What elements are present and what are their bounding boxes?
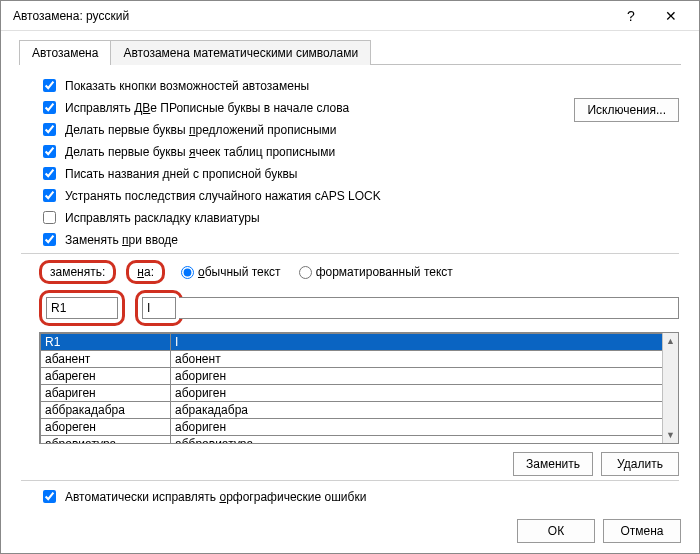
titlebar: Автозамена: русский ? ✕: [1, 1, 699, 31]
replace-input-highlight: [39, 290, 125, 326]
replacements-table-wrap: R1I абанентабонент абарегенабориген абар…: [39, 332, 679, 444]
replacements-table[interactable]: R1I абанентабонент абарегенабориген абар…: [40, 333, 678, 444]
check-replace-type[interactable]: [43, 233, 56, 246]
check-sentence-caps[interactable]: [43, 123, 56, 136]
replace-label: заменять:: [50, 265, 105, 279]
check-show-buttons[interactable]: [43, 79, 56, 92]
with-label: на:: [137, 265, 154, 279]
check-keyboard[interactable]: [43, 211, 56, 224]
check-days[interactable]: [43, 167, 56, 180]
with-input[interactable]: [142, 297, 176, 319]
exceptions-row: Исправлять ДВе ПРописные буквы в начале …: [21, 98, 679, 117]
scroll-down-icon[interactable]: ▼: [663, 427, 678, 443]
tab-autocorrect[interactable]: Автозамена: [19, 40, 111, 65]
with-input-extension: [179, 297, 679, 319]
radio-plain[interactable]: [181, 266, 194, 279]
label-keyboard: Исправлять раскладку клавиатуры: [65, 211, 260, 225]
table-row: R1I: [41, 334, 678, 351]
table-row: абанентабонент: [41, 351, 678, 368]
check-row-show-buttons: Показать кнопки возможностей автозамены: [39, 76, 679, 95]
with-input-highlight: [135, 290, 183, 326]
radio-plain-item[interactable]: обычный текст: [181, 265, 281, 279]
radio-formatted[interactable]: [299, 266, 312, 279]
scroll-up-icon[interactable]: ▲: [663, 333, 678, 349]
radio-group: обычный текст форматированный текст: [181, 265, 453, 279]
action-buttons: Заменить Удалить: [21, 452, 679, 476]
table-row: абревиатурааббревиатура: [41, 436, 678, 445]
check-row-capslock: Устранять последствия случайного нажатия…: [39, 186, 679, 205]
label-table-caps: Делать первые буквы ячеек таблиц прописн…: [65, 145, 335, 159]
table-row: аббракадабраабракадабра: [41, 402, 678, 419]
label-sentence-caps: Делать первые буквы предложений прописны…: [65, 123, 337, 137]
label-two-caps: Исправлять ДВе ПРописные буквы в начале …: [65, 101, 349, 115]
delete-button[interactable]: Удалить: [601, 452, 679, 476]
check-row-table-caps: Делать первые буквы ячеек таблиц прописн…: [39, 142, 679, 161]
check-table-caps[interactable]: [43, 145, 56, 158]
radio-formatted-label: форматированный текст: [316, 265, 453, 279]
table-row: аборегенабориген: [41, 419, 678, 436]
window-title: Автозамена: русский: [13, 9, 611, 23]
dialog-window: Автозамена: русский ? ✕ Автозамена Автоз…: [0, 0, 700, 554]
body: Автозамена Автозамена математическими си…: [1, 31, 699, 527]
label-days: Писать названия дней с прописной буквы: [65, 167, 297, 181]
ok-button[interactable]: ОК: [517, 519, 595, 543]
check-row-keyboard: Исправлять раскладку клавиатуры: [39, 208, 679, 227]
replace-labels-row: заменять: на: обычный текст форматирован…: [39, 260, 679, 284]
tab-math[interactable]: Автозамена математическими символами: [110, 40, 371, 65]
radio-plain-label: обычный текст: [198, 265, 281, 279]
check-row-spelling: Автоматически исправлять орфографические…: [39, 487, 679, 506]
radio-formatted-item[interactable]: форматированный текст: [299, 265, 453, 279]
close-button[interactable]: ✕: [651, 2, 691, 30]
label-replace-type: Заменять при вводе: [65, 233, 178, 247]
divider-2: [21, 480, 679, 481]
help-button[interactable]: ?: [611, 2, 651, 30]
exceptions-button[interactable]: Исключения...: [574, 98, 679, 122]
tab-strip: Автозамена Автозамена математическими си…: [19, 39, 681, 65]
replace-button[interactable]: Заменить: [513, 452, 593, 476]
check-capslock[interactable]: [43, 189, 56, 202]
with-label-highlight: на:: [126, 260, 165, 284]
check-spelling[interactable]: [43, 490, 56, 503]
label-spelling: Автоматически исправлять орфографические…: [65, 490, 366, 504]
check-two-caps[interactable]: [43, 101, 56, 114]
divider: [21, 253, 679, 254]
check-row-sentence-caps: Делать первые буквы предложений прописны…: [39, 120, 679, 139]
check-row-days: Писать названия дней с прописной буквы: [39, 164, 679, 183]
replace-inputs-row: [39, 290, 679, 326]
scrollbar[interactable]: ▲ ▼: [662, 333, 678, 443]
replace-label-highlight: заменять:: [39, 260, 116, 284]
footer-buttons: ОК Отмена: [517, 519, 681, 543]
table-row: абарегенабориген: [41, 368, 678, 385]
label-capslock: Устранять последствия случайного нажатия…: [65, 189, 381, 203]
label-show-buttons: Показать кнопки возможностей автозамены: [65, 79, 309, 93]
tab-content: Показать кнопки возможностей автозамены …: [19, 65, 681, 515]
check-row-replace-type: Заменять при вводе: [39, 230, 679, 249]
replace-input[interactable]: [46, 297, 118, 319]
table-row: абаригенабориген: [41, 385, 678, 402]
cancel-button[interactable]: Отмена: [603, 519, 681, 543]
